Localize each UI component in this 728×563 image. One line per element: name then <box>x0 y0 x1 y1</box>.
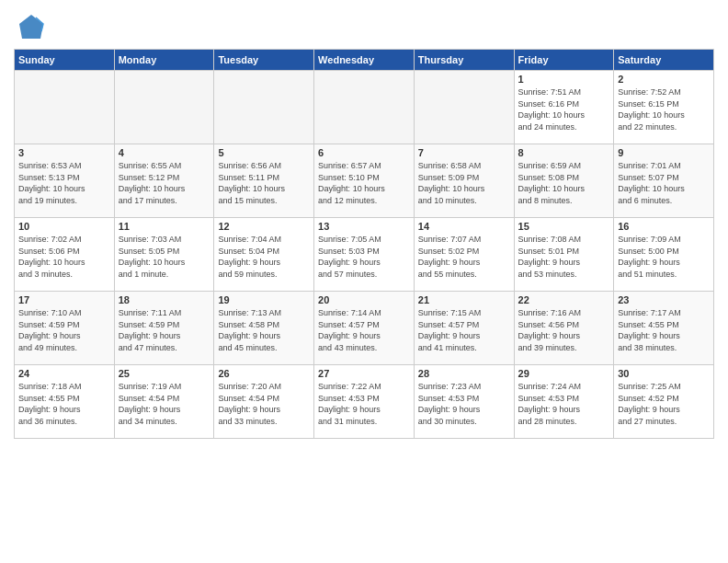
day-number: 4 <box>119 147 210 158</box>
day-number: 26 <box>218 368 310 379</box>
day-cell: 18Sunrise: 7:11 AM Sunset: 4:59 PM Dayli… <box>114 292 214 365</box>
day-number: 13 <box>318 221 410 232</box>
day-number: 9 <box>618 147 710 158</box>
day-number: 19 <box>218 294 310 305</box>
day-cell: 24Sunrise: 7:18 AM Sunset: 4:55 PM Dayli… <box>15 365 115 439</box>
day-number: 11 <box>119 221 210 232</box>
day-number: 21 <box>418 294 510 305</box>
header <box>14 9 714 45</box>
day-cell: 13Sunrise: 7:05 AM Sunset: 5:03 PM Dayli… <box>314 218 415 292</box>
day-number: 12 <box>218 221 310 232</box>
day-number: 10 <box>18 221 110 232</box>
day-number: 15 <box>518 221 610 232</box>
day-cell: 30Sunrise: 7:25 AM Sunset: 4:52 PM Dayli… <box>614 365 714 439</box>
day-cell: 9Sunrise: 7:01 AM Sunset: 5:07 PM Daylig… <box>614 144 714 218</box>
day-cell <box>314 71 415 144</box>
day-cell: 26Sunrise: 7:20 AM Sunset: 4:54 PM Dayli… <box>214 365 314 439</box>
day-cell: 5Sunrise: 6:56 AM Sunset: 5:11 PM Daylig… <box>214 144 314 218</box>
day-cell: 4Sunrise: 6:55 AM Sunset: 5:12 PM Daylig… <box>114 144 214 218</box>
day-info: Sunrise: 6:58 AM Sunset: 5:09 PM Dayligh… <box>418 161 485 205</box>
day-number: 24 <box>18 368 110 379</box>
day-info: Sunrise: 7:19 AM Sunset: 4:54 PM Dayligh… <box>119 382 182 426</box>
day-cell: 21Sunrise: 7:15 AM Sunset: 4:57 PM Dayli… <box>414 292 514 365</box>
day-cell: 2Sunrise: 7:52 AM Sunset: 6:15 PM Daylig… <box>614 71 714 144</box>
day-info: Sunrise: 7:14 AM Sunset: 4:57 PM Dayligh… <box>318 308 381 352</box>
day-number: 28 <box>418 368 510 379</box>
day-number: 30 <box>618 368 710 379</box>
logo <box>14 13 45 45</box>
logo-icon <box>17 13 45 40</box>
day-number: 5 <box>218 147 310 158</box>
day-number: 16 <box>618 221 710 232</box>
day-number: 25 <box>119 368 210 379</box>
day-number: 14 <box>418 221 510 232</box>
day-number: 1 <box>518 74 610 85</box>
header-cell-saturday: Saturday <box>614 50 714 71</box>
day-info: Sunrise: 6:56 AM Sunset: 5:11 PM Dayligh… <box>218 161 285 205</box>
week-row-5: 24Sunrise: 7:18 AM Sunset: 4:55 PM Dayli… <box>15 365 714 439</box>
day-cell <box>15 71 115 144</box>
day-number: 3 <box>18 147 110 158</box>
day-info: Sunrise: 7:23 AM Sunset: 4:53 PM Dayligh… <box>418 382 482 426</box>
day-info: Sunrise: 7:02 AM Sunset: 5:06 PM Dayligh… <box>18 235 85 279</box>
header-cell-wednesday: Wednesday <box>314 50 415 71</box>
day-info: Sunrise: 7:04 AM Sunset: 5:04 PM Dayligh… <box>218 235 281 279</box>
day-info: Sunrise: 7:17 AM Sunset: 4:55 PM Dayligh… <box>618 308 681 352</box>
day-cell: 8Sunrise: 6:59 AM Sunset: 5:08 PM Daylig… <box>514 144 614 218</box>
day-info: Sunrise: 7:52 AM Sunset: 6:15 PM Dayligh… <box>618 87 685 132</box>
calendar-page: SundayMondayTuesdayWednesdayThursdayFrid… <box>0 0 728 448</box>
day-info: Sunrise: 6:53 AM Sunset: 5:13 PM Dayligh… <box>18 161 85 205</box>
day-cell <box>214 71 314 144</box>
calendar-table: SundayMondayTuesdayWednesdayThursdayFrid… <box>14 49 714 439</box>
day-cell: 12Sunrise: 7:04 AM Sunset: 5:04 PM Dayli… <box>214 218 314 292</box>
week-row-4: 17Sunrise: 7:10 AM Sunset: 4:59 PM Dayli… <box>15 292 714 365</box>
day-info: Sunrise: 6:57 AM Sunset: 5:10 PM Dayligh… <box>318 161 385 205</box>
day-number: 23 <box>618 294 710 305</box>
day-cell: 10Sunrise: 7:02 AM Sunset: 5:06 PM Dayli… <box>15 218 115 292</box>
day-number: 22 <box>518 294 610 305</box>
header-cell-friday: Friday <box>514 50 614 71</box>
day-cell: 23Sunrise: 7:17 AM Sunset: 4:55 PM Dayli… <box>614 292 714 365</box>
logo-text <box>14 13 45 45</box>
day-info: Sunrise: 6:59 AM Sunset: 5:08 PM Dayligh… <box>518 161 586 205</box>
day-number: 20 <box>318 294 410 305</box>
day-cell: 28Sunrise: 7:23 AM Sunset: 4:53 PM Dayli… <box>414 365 514 439</box>
day-cell: 3Sunrise: 6:53 AM Sunset: 5:13 PM Daylig… <box>15 144 115 218</box>
day-info: Sunrise: 7:51 AM Sunset: 6:16 PM Dayligh… <box>518 87 586 132</box>
day-info: Sunrise: 7:05 AM Sunset: 5:03 PM Dayligh… <box>318 235 381 279</box>
day-number: 7 <box>418 147 510 158</box>
day-info: Sunrise: 7:07 AM Sunset: 5:02 PM Dayligh… <box>418 235 482 279</box>
day-info: Sunrise: 7:16 AM Sunset: 4:56 PM Dayligh… <box>518 308 582 352</box>
header-cell-monday: Monday <box>114 50 214 71</box>
day-cell <box>414 71 514 144</box>
week-row-3: 10Sunrise: 7:02 AM Sunset: 5:06 PM Dayli… <box>15 218 714 292</box>
header-cell-sunday: Sunday <box>15 50 115 71</box>
day-info: Sunrise: 7:13 AM Sunset: 4:58 PM Dayligh… <box>218 308 281 352</box>
day-info: Sunrise: 7:24 AM Sunset: 4:53 PM Dayligh… <box>518 382 582 426</box>
day-info: Sunrise: 7:01 AM Sunset: 5:07 PM Dayligh… <box>618 161 685 205</box>
day-cell: 14Sunrise: 7:07 AM Sunset: 5:02 PM Dayli… <box>414 218 514 292</box>
day-cell: 22Sunrise: 7:16 AM Sunset: 4:56 PM Dayli… <box>514 292 614 365</box>
day-info: Sunrise: 7:03 AM Sunset: 5:05 PM Dayligh… <box>119 235 186 279</box>
day-number: 17 <box>18 294 110 305</box>
day-cell: 11Sunrise: 7:03 AM Sunset: 5:05 PM Dayli… <box>114 218 214 292</box>
day-number: 27 <box>318 368 410 379</box>
day-cell: 19Sunrise: 7:13 AM Sunset: 4:58 PM Dayli… <box>214 292 314 365</box>
day-cell: 17Sunrise: 7:10 AM Sunset: 4:59 PM Dayli… <box>15 292 115 365</box>
day-info: Sunrise: 7:22 AM Sunset: 4:53 PM Dayligh… <box>318 382 381 426</box>
day-cell <box>114 71 214 144</box>
day-info: Sunrise: 7:25 AM Sunset: 4:52 PM Dayligh… <box>618 382 681 426</box>
day-number: 18 <box>119 294 210 305</box>
day-number: 8 <box>518 147 610 158</box>
day-cell: 27Sunrise: 7:22 AM Sunset: 4:53 PM Dayli… <box>314 365 415 439</box>
day-number: 2 <box>618 74 710 85</box>
day-cell: 25Sunrise: 7:19 AM Sunset: 4:54 PM Dayli… <box>114 365 214 439</box>
day-cell: 16Sunrise: 7:09 AM Sunset: 5:00 PM Dayli… <box>614 218 714 292</box>
day-info: Sunrise: 7:15 AM Sunset: 4:57 PM Dayligh… <box>418 308 482 352</box>
day-info: Sunrise: 7:20 AM Sunset: 4:54 PM Dayligh… <box>218 382 281 426</box>
week-row-1: 1Sunrise: 7:51 AM Sunset: 6:16 PM Daylig… <box>15 71 714 144</box>
header-cell-tuesday: Tuesday <box>214 50 314 71</box>
day-cell: 6Sunrise: 6:57 AM Sunset: 5:10 PM Daylig… <box>314 144 415 218</box>
day-cell: 7Sunrise: 6:58 AM Sunset: 5:09 PM Daylig… <box>414 144 514 218</box>
header-row: SundayMondayTuesdayWednesdayThursdayFrid… <box>15 50 714 71</box>
